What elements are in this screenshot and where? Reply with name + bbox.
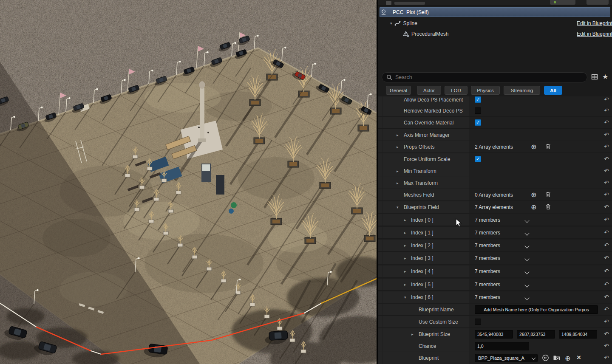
reset-to-default-icon[interactable]: ↶: [604, 240, 609, 251]
expander-arrow-icon[interactable]: ▸: [397, 141, 399, 153]
size-x-input[interactable]: 3545,940083: [475, 330, 513, 339]
browse-to-asset-icon[interactable]: [553, 354, 561, 361]
reset-to-default-icon[interactable]: ↶: [604, 189, 609, 201]
row-min-transform[interactable]: ▸ Min Transform ↶: [378, 165, 612, 177]
expander-arrow-icon[interactable]: ▸: [397, 177, 399, 189]
use-selected-asset-icon[interactable]: [542, 354, 549, 361]
blueprint-asset-combobox[interactable]: BPP_Plaza_square_A: [475, 354, 538, 362]
add-element-icon[interactable]: ⊕: [531, 201, 536, 213]
expander-arrow-icon[interactable]: ▸: [404, 265, 406, 277]
chevron-down-icon[interactable]: [524, 282, 529, 287]
chevron-down-icon[interactable]: [524, 269, 529, 274]
expander-arrow-icon[interactable]: ▸: [404, 227, 406, 239]
expander-arrow-icon[interactable]: ▾: [404, 291, 406, 303]
expander-arrow-icon[interactable]: ▾: [390, 21, 392, 25]
toolbar-button-partial[interactable]: [586, 0, 609, 5]
reset-to-default-icon[interactable]: ↶: [604, 265, 609, 277]
expander-arrow-icon[interactable]: ▾: [397, 201, 399, 213]
row-index-2[interactable]: ▸ Index [ 2 ] 7 members ↶: [378, 240, 612, 251]
expander-arrow-icon[interactable]: ▸: [411, 328, 414, 340]
chevron-down-icon[interactable]: [524, 231, 529, 235]
reset-to-default-icon[interactable]: ↶: [604, 117, 609, 129]
chance-input[interactable]: 1,0: [475, 342, 529, 350]
row-blueprint-asset[interactable]: Blueprint BPP_Plaza_square_A ⊕ × ↶: [378, 352, 612, 364]
checkbox-unchecked[interactable]: [475, 107, 481, 114]
checkbox-checked[interactable]: ✓: [475, 156, 481, 162]
component-row-proceduralmesh[interactable]: ProceduralMesh: [402, 30, 448, 38]
row-force-uniform-scale[interactable]: Force Uniform Scale ✓ ↶: [378, 153, 612, 165]
row-index-4[interactable]: ▸ Index [ 4 ] 7 members ↶: [378, 265, 612, 277]
component-row-spline[interactable]: ▾ Spline: [390, 19, 417, 27]
size-y-input[interactable]: 2687,823753: [517, 330, 555, 339]
clear-asset-icon[interactable]: ×: [577, 352, 581, 364]
reset-to-default-icon[interactable]: ↶: [604, 279, 609, 291]
filter-physics[interactable]: Physics: [471, 86, 500, 95]
filter-actor[interactable]: Actor: [417, 86, 441, 95]
row-axis-mirror-manager[interactable]: ▸ Axis Mirror Manager ↶: [378, 129, 612, 141]
row-blueprint-size[interactable]: ▸ Blueprint Size 3545,940083 2687,823753…: [378, 328, 612, 340]
favorites-star-icon[interactable]: ★: [602, 73, 608, 81]
filter-general[interactable]: General: [386, 86, 411, 95]
row-index-1[interactable]: ▸ Index [ 1 ] 7 members ↶: [378, 227, 612, 239]
reset-to-default-icon[interactable]: ↶: [604, 352, 609, 364]
add-element-icon[interactable]: ⊕: [531, 189, 536, 201]
filter-lod[interactable]: LOD: [445, 86, 468, 95]
reset-to-default-icon[interactable]: ↶: [604, 340, 609, 352]
row-blueprints-field[interactable]: ▾ Blueprints Field 7 Array elements ⊕ ↶: [378, 201, 612, 213]
row-can-override-material[interactable]: Can Override Material ✓ ↶: [378, 117, 612, 129]
chevron-down-icon[interactable]: [524, 218, 529, 223]
chevron-down-icon[interactable]: [524, 243, 529, 248]
expander-arrow-icon[interactable]: ▸: [404, 240, 406, 251]
clear-array-icon[interactable]: [545, 143, 551, 150]
checkbox-checked[interactable]: ✓: [475, 119, 481, 126]
add-element-icon[interactable]: ⊕: [531, 141, 536, 153]
add-icon[interactable]: ⊕: [565, 352, 570, 364]
reset-to-default-icon[interactable]: ↶: [604, 141, 609, 153]
blueprint-name-input[interactable]: Add Mesh Name here (Only For Organizatio…: [475, 305, 598, 314]
row-meshes-field[interactable]: Meshes Field 0 Array elements ⊕ ↶: [378, 189, 612, 201]
chevron-down-icon[interactable]: [524, 295, 529, 300]
viewport-3d[interactable]: [0, 0, 377, 364]
display-options-icon[interactable]: [591, 73, 598, 80]
row-index-0[interactable]: ▸ Index [ 0 ] 7 members ↶: [378, 214, 612, 226]
reset-to-default-icon[interactable]: ↶: [604, 291, 609, 303]
row-remove-marked-deco-ps[interactable]: Remove Marked Deco PS ↶: [378, 105, 612, 117]
reset-to-default-icon[interactable]: ↶: [604, 328, 609, 340]
reset-to-default-icon[interactable]: ↶: [604, 201, 609, 213]
chevron-down-icon[interactable]: [524, 256, 529, 261]
edit-in-blueprint-link[interactable]: Edit in Blueprint: [577, 31, 612, 37]
reset-to-default-icon[interactable]: ↶: [604, 153, 609, 165]
row-use-custom-size[interactable]: Use Custom Size ↶: [378, 316, 612, 328]
search-input[interactable]: Search: [382, 72, 587, 82]
row-chance[interactable]: Chance 1,0 ↶: [378, 340, 612, 352]
edit-in-blueprint-link[interactable]: Edit in Blueprint: [577, 20, 612, 26]
row-props-offsets[interactable]: ▸ Props Offsets 2 Array elements ⊕ ↶: [378, 141, 612, 153]
expander-arrow-icon[interactable]: ▸: [404, 252, 406, 264]
checkbox-unchecked[interactable]: [475, 319, 481, 325]
reset-to-default-icon[interactable]: ↶: [604, 227, 609, 239]
row-allow-deco-ps-placement[interactable]: Allow Deco PS Placement ✓ ↶: [378, 96, 612, 106]
filter-streaming[interactable]: Streaming: [504, 86, 540, 95]
reset-to-default-icon[interactable]: ↶: [604, 316, 609, 328]
row-blueprint-name[interactable]: Blueprint Name Add Mesh Name here (Only …: [378, 304, 612, 316]
expander-arrow-icon[interactable]: ▸: [404, 279, 406, 291]
reset-to-default-icon[interactable]: ↶: [604, 105, 609, 117]
clear-array-icon[interactable]: [545, 203, 551, 210]
expander-arrow-icon[interactable]: ▸: [404, 214, 406, 226]
checkbox-checked[interactable]: ✓: [475, 96, 481, 103]
reset-to-default-icon[interactable]: ↶: [604, 304, 609, 316]
reset-to-default-icon[interactable]: ↶: [604, 214, 609, 226]
filter-all[interactable]: All: [544, 86, 562, 95]
expander-arrow-icon[interactable]: ▸: [397, 165, 399, 177]
row-index-5[interactable]: ▸ Index [ 5 ] 7 members ↶: [378, 279, 612, 291]
row-index-6[interactable]: ▾ Index [ 6 ] 7 members ↶: [378, 291, 612, 303]
reset-to-default-icon[interactable]: ↶: [604, 252, 609, 264]
reset-to-default-icon[interactable]: ↶: [604, 129, 609, 141]
component-row-self[interactable]: PCC_Plot (Self): [380, 7, 610, 17]
size-z-input[interactable]: 1489,854034: [559, 330, 597, 339]
add-component-button-partial[interactable]: [550, 0, 575, 5]
reset-to-default-icon[interactable]: ↶: [604, 165, 609, 177]
row-index-3[interactable]: ▸ Index [ 3 ] 7 members ↶: [378, 252, 612, 264]
clear-array-icon[interactable]: [545, 191, 551, 198]
reset-to-default-icon[interactable]: ↶: [604, 177, 609, 189]
